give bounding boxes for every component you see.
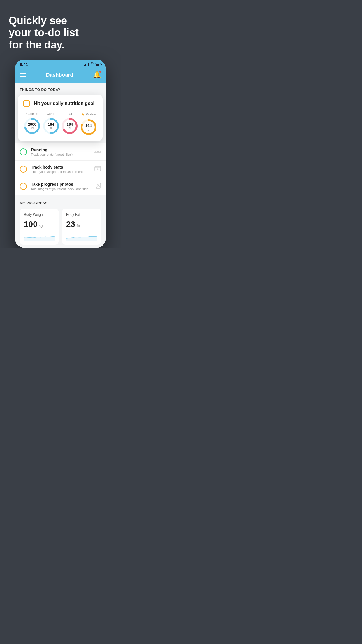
calories-label: Calories (26, 112, 38, 116)
status-icons (84, 62, 101, 66)
body-fat-chart (66, 232, 97, 241)
todo-item-photos[interactable]: Take progress photos Add images of your … (15, 178, 106, 195)
calories-circle: 2000 cal (23, 117, 41, 135)
nutrition-checkbox[interactable] (23, 100, 30, 107)
photos-subtitle: Add images of your front, back, and side (31, 187, 92, 191)
fat-label: Fat (67, 112, 72, 116)
things-heading: THINGS TO DO TODAY (20, 88, 60, 92)
todo-item-running[interactable]: Running Track your stats (target: 5km) (15, 144, 106, 161)
calories-value: 2000 (28, 123, 36, 127)
signal-icon (84, 63, 89, 66)
status-bar: 9:41 (15, 60, 106, 68)
header-title: Dashboard (46, 72, 73, 78)
todo-list: Running Track your stats (target: 5km) T… (15, 144, 106, 195)
progress-section: MY PROGRESS Body Weight 100 kg (15, 195, 106, 248)
running-title: Running (31, 148, 90, 152)
photos-text: Take progress photos Add images of your … (31, 182, 92, 191)
body-weight-title: Body Weight (24, 213, 55, 217)
carbs-circle: 164 g (42, 117, 60, 135)
progress-heading: MY PROGRESS (20, 201, 101, 205)
protein-star-icon: ★ (81, 112, 85, 117)
nutrition-circles: Calories 2000 cal Carbs (23, 112, 98, 136)
calories-unit: cal (28, 127, 36, 130)
svg-point-10 (97, 169, 98, 170)
protein-label: Protein (86, 113, 96, 116)
body-stats-subtitle: Enter your weight and measurements (31, 170, 90, 174)
running-checkbox[interactable] (20, 148, 27, 155)
wifi-icon (90, 62, 94, 66)
photos-checkbox[interactable] (20, 183, 27, 190)
body-weight-value: 100 (24, 220, 38, 229)
body-fat-card[interactable]: Body Fat 23 % (62, 209, 101, 245)
person-icon (96, 183, 101, 190)
notification-dot (99, 71, 101, 73)
app-header: Dashboard 🔔 (15, 68, 106, 83)
body-fat-unit: % (76, 223, 80, 228)
nutrition-card[interactable]: Hit your daily nutrition goal Calories 2… (18, 94, 103, 141)
hamburger-button[interactable] (20, 73, 26, 77)
carbs-unit: g (48, 127, 54, 130)
svg-point-12 (98, 184, 99, 186)
things-section-header: THINGS TO DO TODAY (15, 83, 106, 94)
shoe-icon (94, 149, 101, 155)
nutrition-item-carbs: Carbs 164 g (42, 112, 60, 135)
protein-unit: g (85, 128, 92, 131)
status-time: 9:41 (20, 62, 28, 67)
photos-title: Take progress photos (31, 182, 92, 187)
body-stats-checkbox[interactable] (20, 166, 27, 173)
phone-frame: 9:41 Dashboard 🔔 (15, 60, 106, 248)
body-weight-unit: kg (39, 223, 43, 228)
protein-value: 164 (85, 124, 92, 128)
protein-circle: 164 g (80, 118, 97, 136)
phone-content: THINGS TO DO TODAY Hit your daily nutrit… (15, 83, 106, 248)
hero-title: Quickly see your to-do list for the day. (9, 15, 112, 51)
scale-icon (94, 166, 101, 173)
body-fat-title: Body Fat (66, 213, 97, 217)
todo-item-body-stats[interactable]: Track body stats Enter your weight and m… (15, 161, 106, 178)
carbs-value: 164 (48, 123, 54, 127)
body-weight-card[interactable]: Body Weight 100 kg (20, 209, 59, 245)
nutrition-item-protein: ★ Protein 164 g (80, 112, 97, 136)
fat-value: 164 (66, 123, 73, 127)
body-stats-title: Track body stats (31, 165, 90, 169)
fat-circle: 164 g (61, 117, 78, 135)
body-fat-value: 23 (66, 220, 75, 229)
nutrition-item-calories: Calories 2000 cal (23, 112, 41, 135)
progress-cards: Body Weight 100 kg Body Fat (20, 209, 101, 245)
nutrition-card-title: Hit your daily nutrition goal (34, 101, 94, 106)
bell-button[interactable]: 🔔 (93, 71, 101, 79)
nutrition-item-fat: Fat 164 g (61, 112, 78, 135)
hero-section: Quickly see your to-do list for the day. (0, 0, 121, 57)
fat-unit: g (66, 127, 73, 130)
battery-icon (95, 63, 101, 66)
running-text: Running Track your stats (target: 5km) (31, 148, 90, 156)
body-weight-chart (24, 232, 55, 241)
body-stats-text: Track body stats Enter your weight and m… (31, 165, 90, 174)
carbs-label: Carbs (47, 112, 55, 116)
running-subtitle: Track your stats (target: 5km) (31, 153, 90, 156)
